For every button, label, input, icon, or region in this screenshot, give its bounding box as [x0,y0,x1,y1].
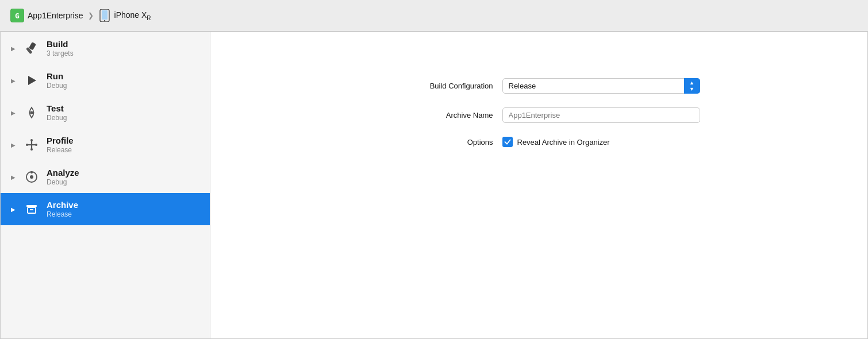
sidebar-arrow-run: ▶ [11,78,17,84]
sidebar-item-profile[interactable]: ▶ Profile Release [1,129,210,161]
archive-name-row: Archive Name [378,107,700,123]
svg-point-4 [103,20,105,21]
options-control: Reveal Archive in Organizer [502,137,700,147]
svg-point-14 [35,144,37,146]
svg-marker-7 [28,76,36,85]
reveal-archive-option: Reveal Archive in Organizer [502,137,700,147]
device-icon [98,9,111,22]
profile-icon [24,137,40,153]
run-subtitle: Debug [47,82,67,90]
svg-point-8 [30,111,33,114]
sidebar-arrow-profile: ▶ [11,142,17,148]
app-icon: G [10,9,24,22]
reveal-archive-checkbox[interactable] [502,137,513,147]
archive-title: Archive [47,200,78,210]
svg-point-11 [30,139,33,141]
right-panel: Build Configuration Debug Release ▲ ▼ [210,32,867,338]
svg-text:G: G [15,11,20,20]
sidebar-item-build[interactable]: ▶ Build 3 targets [1,32,210,64]
archive-subtitle: Release [47,210,78,218]
test-title: Test [47,103,67,113]
sidebar-arrow-analyze: ▶ [11,174,17,180]
archive-name-input[interactable] [502,107,700,123]
profile-subtitle: Release [47,146,74,154]
svg-point-13 [26,144,28,146]
run-icon [24,72,40,88]
app-name: App1Enterprise [28,11,83,20]
main-content: ▶ Build 3 targets ▶ Run Debu [0,32,868,339]
sidebar-item-run[interactable]: ▶ Run Debug [1,64,210,97]
sidebar-item-archive[interactable]: ▶ Archive Release [1,193,210,225]
build-config-row: Build Configuration Debug Release ▲ ▼ [378,78,700,94]
build-subtitle: 3 targets [47,49,74,57]
analyze-title: Analyze [47,168,79,178]
breadcrumb-chevron: ❯ [88,11,94,20]
archive-name-label: Archive Name [378,111,493,120]
svg-rect-3 [102,10,107,20]
svg-rect-19 [28,207,36,213]
settings-form: Build Configuration Debug Release ▲ ▼ [378,78,700,147]
build-config-select[interactable]: Debug Release [502,78,700,94]
sidebar-arrow-build: ▶ [11,45,17,52]
build-title: Build [47,39,74,49]
analyze-icon [24,169,40,185]
analyze-subtitle: Debug [47,178,79,186]
build-config-control: Debug Release ▲ ▼ [502,78,700,94]
test-subtitle: Debug [47,114,67,122]
hammer-icon [24,40,40,56]
build-config-select-wrapper: Debug Release ▲ ▼ [502,78,700,94]
svg-rect-18 [26,205,37,207]
test-icon [24,105,40,121]
archive-name-control [502,107,700,123]
options-row: Options Reveal Archive in Organizer [378,137,700,147]
svg-point-16 [30,175,33,179]
reveal-archive-label: Reveal Archive in Organizer [517,138,610,147]
archive-icon [24,201,40,217]
profile-title: Profile [47,136,74,145]
svg-rect-5 [29,42,36,50]
sidebar-item-analyze[interactable]: ▶ Analyze Debug [1,161,210,193]
sidebar-arrow-archive: ▶ [11,206,17,213]
sidebar-item-test[interactable]: ▶ Test Debug [1,97,210,129]
run-title: Run [47,71,67,81]
sidebar: ▶ Build 3 targets ▶ Run Debu [1,32,210,338]
sidebar-arrow-test: ▶ [11,110,17,116]
svg-point-17 [30,171,33,174]
top-bar: G App1Enterprise ❯ iPhone XR [0,0,868,32]
svg-point-12 [30,148,33,151]
device-name: iPhone XR [114,10,151,21]
options-label: Options [378,138,493,147]
build-config-label: Build Configuration [378,82,493,90]
